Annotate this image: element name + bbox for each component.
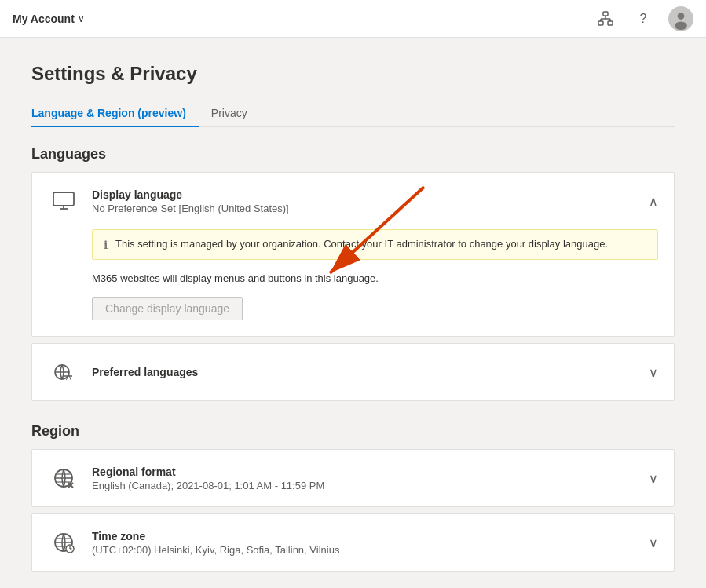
change-display-language-button[interactable]: Change display language (92, 297, 243, 320)
region-section: Region (31, 423, 675, 572)
preferred-languages-info: Preferred languages (92, 366, 649, 378)
header-chevron-icon: ∨ (78, 13, 85, 24)
regional-format-info: Regional format English (Canada); 2021-0… (92, 466, 649, 491)
org-icon (598, 11, 613, 27)
header: My Account ∨ ? (0, 0, 706, 38)
page-title: Settings & Privacy (31, 63, 675, 85)
regional-format-card: Regional format English (Canada); 2021-0… (31, 449, 675, 507)
main-content: Settings & Privacy Language & Region (pr… (0, 38, 706, 588)
org-structure-button[interactable] (593, 6, 618, 31)
regional-format-icon (48, 462, 79, 494)
svg-text:A: A (66, 373, 71, 382)
time-zone-icon (48, 527, 79, 558)
display-language-label: Display language (92, 188, 649, 201)
translate-icon: A (48, 356, 79, 388)
time-zone-card: Time zone (UTC+02:00) Helsinki, Kyiv, Ri… (31, 513, 675, 572)
tab-bar: Language & Region (preview) Privacy (31, 100, 675, 127)
display-language-description: M365 websites will display menus and but… (92, 272, 658, 284)
time-zone-chevron-icon: ∨ (649, 535, 658, 550)
svg-point-8 (678, 13, 685, 20)
display-language-card: Display language No Preference Set [Engl… (31, 172, 675, 337)
regional-format-label: Regional format (92, 466, 649, 478)
preferred-languages-card-header[interactable]: A Preferred languages ∨ (32, 344, 674, 400)
region-section-heading: Region (31, 423, 675, 440)
svg-point-9 (675, 21, 687, 30)
time-zone-card-header[interactable]: Time zone (UTC+02:00) Helsinki, Kyiv, Ri… (32, 514, 674, 571)
monitor-icon (48, 185, 79, 217)
display-language-card-header[interactable]: Display language No Preference Set [Engl… (32, 173, 674, 229)
tab-privacy[interactable]: Privacy (211, 100, 260, 127)
regional-format-card-header[interactable]: Regional format English (Canada); 2021-0… (32, 450, 674, 506)
help-icon: ? (640, 12, 647, 26)
languages-section-heading: Languages (31, 146, 675, 163)
warning-text: This setting is managed by your organiza… (115, 238, 608, 250)
regional-format-sublabel: English (Canada); 2021-08-01; 1:01 AM - … (92, 480, 649, 491)
svg-rect-2 (608, 21, 613, 25)
header-actions: ? (593, 6, 693, 31)
regional-format-chevron-icon: ∨ (649, 471, 658, 486)
time-zone-label: Time zone (92, 530, 649, 542)
header-title: My Account (13, 13, 75, 25)
preferred-languages-card: A Preferred languages ∨ (31, 343, 675, 401)
tab-language-region[interactable]: Language & Region (preview) (31, 100, 199, 127)
display-language-info: Display language No Preference Set [Engl… (92, 188, 649, 214)
help-button[interactable]: ? (631, 6, 656, 31)
warning-banner: ℹ This setting is managed by your organi… (92, 229, 658, 260)
display-language-sublabel: No Preference Set [English (United State… (92, 203, 649, 214)
avatar-image (670, 8, 692, 30)
time-zone-sublabel: (UTC+02:00) Helsinki, Kyiv, Riga, Sofia,… (92, 544, 649, 556)
time-zone-info: Time zone (UTC+02:00) Helsinki, Kyiv, Ri… (92, 530, 649, 556)
display-language-card-body: ℹ This setting is managed by your organi… (32, 229, 674, 336)
content-wrapper: Settings & Privacy Language & Region (pr… (31, 63, 675, 572)
display-language-chevron-icon: ∧ (649, 194, 658, 209)
preferred-languages-chevron-icon: ∨ (649, 365, 658, 380)
preferred-languages-label: Preferred languages (92, 366, 649, 378)
svg-rect-0 (603, 12, 608, 16)
avatar[interactable] (668, 6, 693, 31)
my-account-menu[interactable]: My Account ∨ (13, 13, 85, 25)
info-icon: ℹ (104, 239, 108, 251)
svg-rect-10 (53, 192, 74, 206)
svg-rect-1 (598, 21, 603, 25)
